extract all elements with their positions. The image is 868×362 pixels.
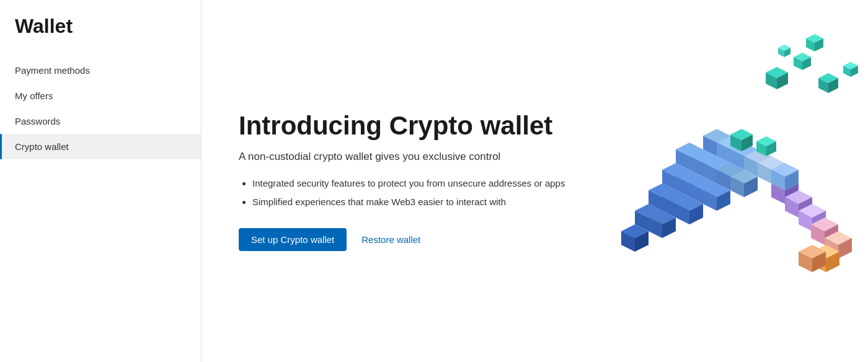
svg-marker-72 bbox=[730, 170, 758, 183]
svg-marker-102 bbox=[756, 136, 776, 146]
svg-marker-74 bbox=[744, 177, 758, 197]
svg-marker-7 bbox=[818, 78, 828, 93]
svg-marker-21 bbox=[703, 129, 730, 143]
svg-marker-77 bbox=[771, 163, 785, 183]
svg-marker-71 bbox=[717, 190, 730, 211]
svg-marker-75 bbox=[758, 156, 785, 170]
svg-marker-94 bbox=[812, 252, 826, 272]
svg-marker-60 bbox=[621, 224, 649, 238]
svg-marker-89 bbox=[825, 224, 838, 245]
svg-marker-105 bbox=[771, 163, 799, 177]
svg-marker-73 bbox=[730, 177, 744, 197]
sidebar-item-payment-methods[interactable]: Payment methods bbox=[0, 58, 201, 83]
svg-marker-19 bbox=[676, 149, 689, 170]
features-list: Integrated security features to protect … bbox=[239, 177, 565, 209]
svg-marker-54 bbox=[717, 163, 744, 177]
svg-marker-95 bbox=[826, 252, 839, 272]
sidebar: Wallet Payment methods My offers Passwor… bbox=[0, 0, 202, 362]
svg-marker-37 bbox=[676, 177, 689, 197]
svg-marker-31 bbox=[717, 143, 730, 163]
svg-marker-14 bbox=[815, 38, 823, 51]
svg-marker-35 bbox=[662, 190, 676, 211]
svg-marker-12 bbox=[806, 34, 823, 43]
svg-marker-98 bbox=[812, 252, 826, 272]
svg-marker-107 bbox=[785, 170, 799, 190]
svg-marker-61 bbox=[621, 231, 635, 252]
svg-marker-85 bbox=[799, 211, 812, 231]
svg-marker-97 bbox=[799, 252, 812, 272]
main-content: Introducing Crypto wallet A non-custodia… bbox=[202, 0, 868, 362]
svg-marker-101 bbox=[742, 135, 753, 151]
svg-marker-63 bbox=[649, 211, 676, 224]
svg-marker-59 bbox=[758, 156, 771, 177]
svg-marker-90 bbox=[825, 231, 852, 245]
sidebar-item-my-offers[interactable]: My offers bbox=[0, 83, 201, 108]
svg-marker-92 bbox=[838, 238, 852, 258]
svg-marker-76 bbox=[758, 163, 771, 183]
svg-marker-5 bbox=[802, 57, 811, 70]
svg-marker-46 bbox=[635, 211, 649, 231]
restore-wallet-link[interactable]: Restore wallet bbox=[361, 234, 420, 245]
svg-marker-49 bbox=[662, 197, 676, 218]
svg-marker-93 bbox=[812, 245, 839, 258]
svg-marker-86 bbox=[812, 211, 826, 231]
svg-marker-65 bbox=[662, 218, 676, 238]
intro-subtitle: A non-custodial crypto wallet gives you … bbox=[239, 149, 565, 164]
sidebar-item-crypto-wallet[interactable]: Crypto wallet bbox=[0, 134, 201, 159]
svg-marker-43 bbox=[730, 149, 744, 170]
svg-marker-44 bbox=[744, 149, 758, 170]
svg-marker-8 bbox=[828, 78, 838, 93]
svg-marker-106 bbox=[771, 170, 785, 190]
svg-marker-22 bbox=[703, 136, 717, 156]
svg-marker-52 bbox=[689, 183, 703, 204]
svg-marker-25 bbox=[662, 170, 676, 190]
svg-marker-68 bbox=[689, 204, 703, 224]
sidebar-nav: Payment methods My offers Passwords Cryp… bbox=[0, 58, 201, 159]
setup-crypto-wallet-button[interactable]: Set up Crypto wallet bbox=[239, 228, 347, 251]
svg-marker-64 bbox=[649, 218, 662, 238]
svg-marker-4 bbox=[794, 57, 802, 70]
feature-item-2: Simplified experiences that make Web3 ea… bbox=[252, 195, 565, 209]
svg-marker-1 bbox=[766, 73, 777, 89]
cubes-illustration bbox=[583, 0, 868, 362]
svg-marker-2 bbox=[777, 73, 788, 89]
svg-marker-58 bbox=[744, 156, 758, 177]
svg-marker-56 bbox=[730, 170, 744, 190]
svg-marker-66 bbox=[676, 197, 703, 211]
page-title: Wallet bbox=[0, 15, 201, 58]
svg-marker-103 bbox=[756, 141, 766, 156]
svg-marker-39 bbox=[703, 156, 730, 170]
svg-marker-104 bbox=[766, 141, 776, 156]
svg-marker-23 bbox=[717, 136, 730, 156]
svg-marker-38 bbox=[689, 177, 703, 197]
svg-marker-32 bbox=[730, 143, 744, 163]
svg-marker-83 bbox=[799, 197, 812, 218]
intro-title: Introducing Crypto wallet bbox=[239, 111, 565, 141]
svg-marker-16 bbox=[778, 48, 784, 57]
svg-marker-27 bbox=[689, 149, 717, 163]
svg-marker-24 bbox=[662, 163, 689, 177]
svg-marker-6 bbox=[818, 73, 838, 83]
svg-marker-47 bbox=[649, 211, 662, 231]
svg-marker-51 bbox=[689, 177, 717, 190]
svg-marker-30 bbox=[717, 136, 744, 149]
svg-marker-33 bbox=[649, 183, 676, 197]
svg-marker-18 bbox=[676, 143, 703, 156]
svg-marker-26 bbox=[676, 170, 689, 190]
svg-marker-79 bbox=[771, 183, 785, 204]
svg-marker-42 bbox=[730, 143, 758, 156]
actions-row: Set up Crypto wallet Restore wallet bbox=[239, 228, 565, 251]
svg-marker-62 bbox=[635, 231, 649, 252]
svg-marker-13 bbox=[806, 38, 815, 51]
svg-marker-96 bbox=[799, 245, 826, 258]
svg-marker-36 bbox=[676, 170, 703, 183]
svg-marker-67 bbox=[676, 204, 689, 224]
svg-marker-78 bbox=[771, 177, 799, 190]
feature-item-1: Integrated security features to protect … bbox=[252, 177, 565, 190]
svg-marker-69 bbox=[703, 183, 730, 197]
svg-marker-34 bbox=[649, 190, 662, 211]
svg-marker-70 bbox=[703, 190, 717, 211]
svg-marker-29 bbox=[703, 156, 717, 177]
svg-marker-3 bbox=[794, 53, 811, 61]
sidebar-item-passwords[interactable]: Passwords bbox=[0, 108, 201, 134]
